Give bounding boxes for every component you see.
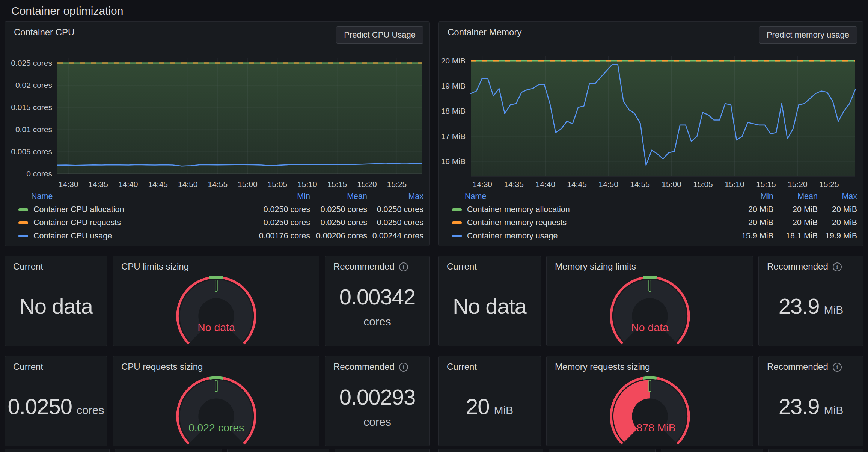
svg-text:14:55: 14:55 [630,180,650,188]
panel-title-text: CPU requests sizing [121,362,203,372]
panel-title-text: Recommended [767,362,828,372]
svg-text:16 MiB: 16 MiB [441,157,466,166]
cpu-legend: NameMinMeanMaxContainer CPU allocation0.… [11,190,423,242]
cpu-limits-current-panel: CurrentNo data [5,256,107,346]
cpu-requests-gauge-title: CPU requests sizing [113,356,319,372]
panel-title-text: Memory requests sizing [555,362,650,372]
stat-number: 23.9 [779,394,820,419]
cpu-limits-recommended-title: Recommendedi [325,256,429,272]
container-memory-panel: Container Memory Predict memory usage 20… [438,21,863,246]
stat-value: No data [453,294,526,319]
svg-text:No data: No data [631,321,669,333]
svg-text:19 MiB: 19 MiB [441,81,466,90]
stat-unit: cores [77,404,104,417]
cpu-limits-gauge-panel: CPU limits sizingNo data [113,256,319,346]
series-min: 20 MiB [719,218,773,228]
legend-header-name[interactable]: Name [445,192,719,201]
memory-chart-canvas[interactable]: 20 MiB19 MiB18 MiB17 MiB16 MiB14:3014:35… [439,22,863,191]
svg-text:0.02 cores: 0.02 cores [15,81,52,89]
memory-legend: NameMinMeanMaxContainer memory allocatio… [445,190,857,242]
svg-text:No data: No data [197,321,235,333]
legend-row: Container memory usage15.9 MiB18.1 MiB19… [445,229,857,242]
legend-series-toggle[interactable]: Container memory requests [445,218,719,228]
container-cpu-panel-header: Container CPU Predict CPU Usage [5,22,429,44]
predict-memory-usage-button[interactable]: Predict memory usage [759,26,857,44]
stat-unit: cores [339,416,416,428]
info-icon[interactable]: i [399,262,408,271]
svg-text:14:40: 14:40 [535,180,555,188]
legend-series-toggle[interactable]: Container memory usage [445,231,719,241]
series-color-swatch [18,235,28,237]
predict-cpu-usage-button[interactable]: Predict CPU Usage [336,26,423,44]
svg-text:15:20: 15:20 [788,180,808,188]
svg-text:15:15: 15:15 [327,180,347,188]
panel-title-text: Current [13,261,43,272]
mem-requests-current-panel: Current20MiB [438,356,541,446]
series-name: Container CPU usage [33,231,112,241]
svg-text:-3.878 MiB: -3.878 MiB [624,422,675,434]
mem-requests-recommended-value: 23.9MiB [759,372,863,446]
next-panel-top-edge [335,449,430,452]
cpu-limits-gauge: No data [113,272,319,354]
cpu-requests-gauge-canvas: 0.022 cores [160,372,273,452]
mem-limits-recommended-panel: Recommendedi23.9MiB [758,256,863,346]
svg-text:17 MiB: 17 MiB [441,132,466,140]
cpu-requests-current-panel: Current0.0250cores [5,356,107,446]
svg-text:0.01 cores: 0.01 cores [15,125,52,134]
legend-header-min[interactable]: Min [244,192,310,201]
series-max: 20 MiB [818,205,857,214]
mem-limits-current-panel: CurrentNo data [438,256,541,346]
svg-text:14:30: 14:30 [59,180,78,188]
series-color-swatch [452,221,462,224]
cpu-limits-current-value: No data [5,272,107,346]
stat-value: 0.0250cores [8,394,104,419]
panel-title-text: Memory sizing limits [555,261,636,272]
svg-text:18 MiB: 18 MiB [441,107,466,115]
cpu-chart-canvas[interactable]: 0.025 cores0.02 cores0.015 cores0.01 cor… [5,22,429,191]
legend-series-toggle[interactable]: Container CPU allocation [11,205,244,214]
series-color-swatch [18,208,28,211]
stat-number: 23.9 [779,294,820,319]
legend-series-toggle[interactable]: Container memory allocation [445,205,719,214]
mem-limits-gauge-canvas: No data [593,272,707,351]
cpu-limits-current-title: Current [5,256,107,272]
panel-title-text: Current [447,362,477,372]
stat-number: No data [453,294,526,319]
series-mean: 20 MiB [773,218,818,228]
series-min: 0.0250 cores [244,218,310,228]
legend-series-toggle[interactable]: Container CPU requests [11,218,244,228]
next-panel-top-edge [768,449,863,452]
stats-row-limits: CurrentNo dataCPU limits sizingNo dataRe… [5,256,863,346]
legend-header: NameMinMeanMax [445,190,857,203]
svg-text:14:50: 14:50 [598,180,618,188]
info-icon[interactable]: i [833,262,842,271]
info-icon[interactable]: i [833,363,842,372]
stat-number: 0.00342 [339,284,416,309]
legend-series-toggle[interactable]: Container CPU usage [11,231,244,241]
stat-number: 0.00293 [339,384,416,410]
series-max: 19.9 MiB [818,231,857,241]
legend-header-min[interactable]: Min [719,192,773,201]
mem-requests-gauge-title: Memory requests sizing [547,356,753,372]
panel-title-text: Recommended [333,261,395,272]
legend-header-max[interactable]: Max [818,192,857,201]
series-max: 0.00244 cores [367,231,423,241]
cpu-limits-recommended-value: 0.00342cores [325,272,429,346]
stat-unit: MiB [824,304,844,316]
series-mean: 20 MiB [773,205,818,214]
stat-number: No data [19,294,93,319]
info-icon[interactable]: i [399,363,408,372]
mem-limits-recommended-title: Recommendedi [759,256,863,272]
series-color-swatch [452,208,462,211]
cpu-requests-recommended-title: Recommendedi [325,356,429,372]
legend-header-max[interactable]: Max [367,192,423,201]
series-min: 0.0250 cores [244,205,310,214]
svg-text:14:55: 14:55 [208,180,228,188]
legend-header-name[interactable]: Name [11,192,244,201]
mem-requests-gauge-canvas: -3.878 MiB [593,372,707,452]
panel-title-text: Recommended [333,362,395,372]
mem-requests-gauge-panel: Memory requests sizing-3.878 MiB [546,356,753,446]
legend-header-mean[interactable]: Mean [310,192,367,201]
svg-text:14:35: 14:35 [504,180,524,188]
legend-header-mean[interactable]: Mean [773,192,818,201]
